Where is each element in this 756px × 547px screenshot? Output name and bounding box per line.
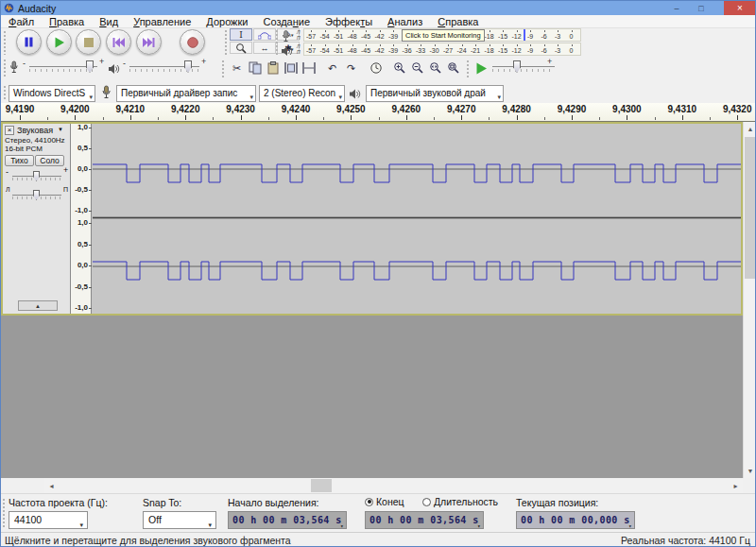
selection-tool-button[interactable]: I: [230, 28, 252, 41]
close-button[interactable]: ×: [724, 1, 756, 15]
vertical-scrollbar[interactable]: ▲ ▼: [743, 122, 756, 478]
title-bar: Audacity – □ ×: [1, 1, 755, 15]
play-button[interactable]: [46, 29, 72, 55]
timeline-label: 9,4260: [392, 104, 421, 114]
record-volume-slider[interactable]: [29, 60, 97, 74]
silence-audio-button[interactable]: [300, 60, 318, 77]
scroll-right-arrow[interactable]: ▸: [729, 478, 743, 493]
vertical-ruler-column[interactable]: 1,00,50,0-0,5-1,0 1,00,50,0-0,5-1,0: [71, 124, 92, 314]
cut-button[interactable]: ✂: [228, 60, 246, 77]
playback-volume-max: +: [201, 57, 206, 66]
silence-icon: [302, 61, 316, 75]
play-at-speed-button[interactable]: [472, 60, 490, 77]
trim-audio-button[interactable]: [282, 60, 300, 77]
recording-channels-select[interactable]: 2 (Stereo) Recon▾: [259, 85, 345, 102]
vertical-ruler-ch2[interactable]: 1,00,50,0-0,5-1,0: [71, 219, 92, 314]
playback-meter[interactable]: ▾ ЛП -57-54-51-48-45-42-39-36-33-30-27-2…: [281, 43, 583, 57]
zoom-in-button[interactable]: [390, 60, 408, 77]
meter-dropdown-icon[interactable]: ▾: [291, 46, 294, 52]
solo-button[interactable]: Соло: [35, 155, 64, 166]
copy-button[interactable]: [246, 60, 264, 77]
track-collapse-button[interactable]: ▲: [18, 300, 58, 311]
vertical-ruler-ch1[interactable]: 1,00,50,0-0,5-1,0: [71, 124, 92, 216]
waveform-area[interactable]: [93, 124, 741, 314]
stop-button[interactable]: [76, 29, 101, 55]
fit-selection-button[interactable]: [426, 60, 444, 77]
meter-dropdown-icon[interactable]: ▾: [291, 32, 294, 38]
menu-item[interactable]: Справка: [430, 16, 486, 27]
minimize-button[interactable]: –: [666, 1, 687, 15]
mixer-toolbar-grip[interactable]: [3, 59, 8, 78]
project-rate-select[interactable]: 44100▾: [9, 511, 88, 529]
horizontal-scrollbar[interactable]: ◂ ▸: [44, 478, 743, 493]
transport-toolbar-grip[interactable]: [3, 30, 8, 55]
menu-item[interactable]: Правка: [42, 16, 92, 27]
skip-to-start-button[interactable]: [106, 29, 131, 55]
playback-meter-scale[interactable]: -57-54-51-48-45-42-39-36-33-30-27-24-21-…: [303, 43, 581, 56]
end-radio[interactable]: Конец: [365, 496, 404, 507]
timeline-ruler[interactable]: 9,41909,42009,42109,42209,42309,42409,42…: [1, 103, 755, 122]
skip-to-end-button[interactable]: [136, 29, 162, 55]
audacity-window: Audacity – □ × ФайлПравкаВидУправлениеДо…: [0, 0, 756, 547]
snap-to-select[interactable]: Off▾: [143, 511, 216, 529]
selection-toolbar-grip[interactable]: [2, 498, 7, 529]
menu-item[interactable]: Эффекты: [318, 16, 380, 27]
zoom-tool-button[interactable]: [230, 42, 252, 54]
transcription-toolbar-grip[interactable]: [466, 60, 471, 77]
horizontal-scroll-thumb[interactable]: [311, 479, 332, 492]
menu-item[interactable]: Управление: [126, 16, 198, 27]
menu-item[interactable]: Анализ: [380, 16, 430, 27]
sync-lock-button[interactable]: [367, 60, 385, 77]
paste-button[interactable]: [264, 60, 282, 77]
scroll-up-arrow[interactable]: ▲: [744, 122, 756, 136]
selection-end-time[interactable]: 00 h 00 m 03,564 s▾: [365, 511, 484, 529]
recording-device-select[interactable]: Первичный драйвер запис▾: [116, 85, 256, 102]
gain-min-label: -: [6, 167, 9, 177]
mute-button[interactable]: Тихо: [5, 155, 34, 166]
envelope-tool-button[interactable]: [253, 28, 276, 41]
menu-item[interactable]: Файл: [1, 16, 42, 27]
audio-host-select[interactable]: Windows DirectS▾: [9, 85, 95, 102]
scroll-left-arrow[interactable]: ◂: [44, 478, 59, 493]
playback-speed-slider[interactable]: [492, 60, 555, 74]
meter-toolbar-grip[interactable]: [275, 29, 280, 55]
menu-item[interactable]: Дорожки: [198, 16, 255, 27]
maximize-button[interactable]: □: [691, 1, 712, 15]
playback-volume-slider[interactable]: [129, 60, 199, 74]
playback-device-select[interactable]: Первичный звуковой драй▾: [366, 85, 504, 102]
audio-track[interactable]: × Звуковая ▼ Стерео, 44100Hz 16-bit PCM …: [1, 122, 743, 316]
vertical-scroll-thumb[interactable]: [745, 137, 756, 279]
current-position-time[interactable]: 00 h 00 m 00,000 s▾: [516, 511, 635, 529]
meter-tick-label: -54: [318, 33, 332, 40]
gain-slider[interactable]: [12, 171, 61, 182]
track-close-button[interactable]: ×: [5, 126, 14, 135]
pan-slider[interactable]: [12, 190, 61, 201]
zoom-out-button[interactable]: [408, 60, 426, 77]
monitor-tooltip[interactable]: Click to Start Monitoring: [402, 29, 485, 42]
radio-selected-icon[interactable]: [365, 498, 373, 506]
record-button[interactable]: [180, 29, 205, 55]
menu-item[interactable]: Вид: [92, 16, 126, 27]
track-menu-dropdown-icon[interactable]: ▼: [58, 127, 63, 132]
redo-button[interactable]: ↷: [342, 60, 360, 77]
waveform-channel-right[interactable]: [93, 219, 741, 314]
edit-toolbar-grip[interactable]: [221, 60, 226, 77]
undo-button[interactable]: ↶: [323, 60, 341, 77]
menu-item[interactable]: Создание: [255, 16, 318, 27]
track-control-panel[interactable]: × Звуковая ▼ Стерео, 44100Hz 16-bit PCM …: [3, 124, 71, 314]
selection-start-time[interactable]: 00 h 00 m 03,564 s▾: [228, 511, 347, 529]
timeshift-tool-button[interactable]: ↔: [253, 42, 276, 54]
track-area-background[interactable]: [1, 316, 743, 478]
fit-project-button[interactable]: [444, 60, 462, 77]
track-name[interactable]: Звуковая: [17, 126, 53, 135]
envelope-icon: [258, 29, 271, 40]
length-radio[interactable]: Длительность: [422, 496, 498, 507]
scroll-down-arrow[interactable]: ▼: [744, 464, 756, 478]
chevron-down-icon: ▾: [208, 517, 212, 533]
radio-unselected-icon[interactable]: [422, 498, 431, 506]
pause-button[interactable]: [16, 29, 42, 55]
tools-toolbar-grip[interactable]: [224, 29, 229, 55]
device-toolbar-grip[interactable]: [3, 85, 8, 101]
waveform-channel-left[interactable]: [93, 124, 741, 216]
skip-end-icon: [143, 38, 155, 47]
